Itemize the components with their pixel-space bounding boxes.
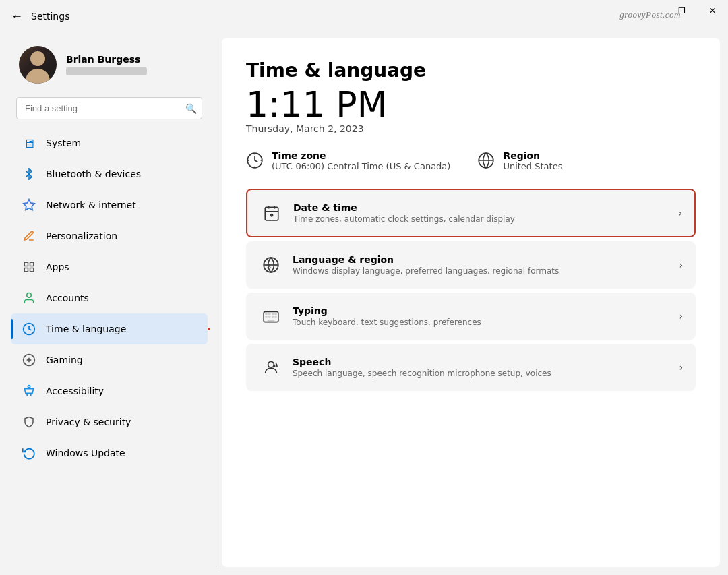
svg-rect-38 <box>268 316 270 318</box>
user-info: Brian Burgess <box>66 54 200 75</box>
titlebar: ← Settings groovyPost.com — ❐ ✕ <box>0 0 728 32</box>
typing-title: Typing <box>293 305 679 316</box>
sidebar-item-bluetooth[interactable]: Bluetooth & devices <box>11 158 208 189</box>
svg-rect-35 <box>272 313 274 315</box>
svg-point-12 <box>28 386 30 388</box>
svg-rect-40 <box>274 316 276 318</box>
user-name: Brian Burgess <box>66 54 200 65</box>
language-text: Language & region Windows display langua… <box>293 254 679 276</box>
timezone-icon <box>246 152 264 173</box>
back-button[interactable]: ← <box>11 9 23 24</box>
search-icon[interactable]: 🔍 <box>185 103 197 114</box>
setting-speech[interactable]: Speech Speech language, speech recogniti… <box>246 344 696 391</box>
sidebar-item-apps[interactable]: Apps <box>11 251 208 282</box>
gaming-icon <box>22 353 36 367</box>
svg-rect-39 <box>272 316 274 318</box>
sidebar-item-update[interactable]: Windows Update <box>11 437 208 468</box>
sidebar-item-label: Personalization <box>46 231 117 241</box>
window-controls: — ❐ ✕ <box>635 0 728 22</box>
sidebar-item-privacy[interactable]: Privacy & security <box>11 406 208 437</box>
language-title: Language & region <box>293 254 679 265</box>
bluetooth-icon <box>22 167 36 181</box>
language-icon: A <box>259 253 283 277</box>
sidebar-item-system[interactable]: 🖥 System <box>11 127 208 158</box>
settings-list: Date & time Time zones, automatic clock … <box>246 189 696 391</box>
svg-rect-33 <box>265 313 267 315</box>
maximize-button[interactable]: ❐ <box>666 0 697 22</box>
time-icon <box>22 322 36 336</box>
sidebar-item-label: Gaming <box>46 355 83 365</box>
avatar <box>19 46 57 84</box>
svg-point-42 <box>268 361 274 367</box>
svg-rect-2 <box>30 262 34 266</box>
search-input[interactable] <box>16 97 202 119</box>
avatar-face <box>19 46 57 84</box>
sidebar-item-label: Apps <box>46 262 69 272</box>
sidebar-item-label: Privacy & security <box>46 417 131 427</box>
datetime-title: Date & time <box>293 202 678 213</box>
sidebar-item-label: Windows Update <box>46 448 125 458</box>
user-email <box>66 67 147 75</box>
svg-rect-3 <box>30 268 34 272</box>
sidebar-item-network[interactable]: Network & internet <box>11 189 208 220</box>
main-content: Time & language 1:11 PM Thursday, March … <box>222 38 720 567</box>
search-box: 🔍 <box>16 97 202 119</box>
red-arrow-annotation <box>201 319 210 339</box>
typing-text: Typing Touch keyboard, text suggestions,… <box>293 305 679 327</box>
language-chevron: › <box>679 260 683 270</box>
svg-marker-0 <box>24 200 35 210</box>
sidebar-item-accounts[interactable]: Accounts <box>11 282 208 313</box>
region-icon <box>477 152 495 173</box>
titlebar-title: Settings <box>31 11 69 22</box>
info-row: Time zone (UTC-06:00) Central Time (US &… <box>246 150 696 173</box>
close-button[interactable]: ✕ <box>697 0 728 22</box>
svg-rect-41 <box>268 320 275 322</box>
timezone-info: Time zone (UTC-06:00) Central Time (US &… <box>246 150 450 173</box>
svg-rect-37 <box>265 316 267 318</box>
nav-list: 🖥 System Bluetooth & devices Network & <box>8 127 210 567</box>
current-date: Thursday, March 2, 2023 <box>246 123 696 134</box>
sidebar-item-label: Time & language <box>46 324 126 334</box>
sidebar-item-time[interactable]: Time & language <box>11 313 208 344</box>
setting-typing[interactable]: Typing Touch keyboard, text suggestions,… <box>246 293 696 340</box>
sidebar-divider <box>216 38 216 567</box>
sidebar-item-label: System <box>46 138 81 148</box>
svg-point-5 <box>27 293 32 298</box>
network-icon <box>22 198 36 212</box>
language-desc: Windows display language, preferred lang… <box>293 266 679 276</box>
app-container: Brian Burgess 🔍 🖥 System Bluetooth & <box>0 32 728 575</box>
speech-text: Speech Speech language, speech recogniti… <box>293 357 679 378</box>
typing-desc: Touch keyboard, text suggestions, prefer… <box>293 317 679 327</box>
setting-datetime[interactable]: Date & time Time zones, automatic clock … <box>246 189 696 237</box>
region-value: United States <box>503 161 562 171</box>
setting-language[interactable]: A Language & region Windows display lang… <box>246 241 696 289</box>
datetime-text: Date & time Time zones, automatic clock … <box>293 202 678 224</box>
svg-text:A: A <box>268 263 272 269</box>
sidebar-item-label: Accessibility <box>46 386 104 396</box>
region-text: Region United States <box>503 150 562 171</box>
sidebar-item-gaming[interactable]: Gaming <box>11 344 208 375</box>
minimize-button[interactable]: — <box>635 0 666 22</box>
region-info: Region United States <box>477 150 562 173</box>
current-time: 1:11 PM <box>246 87 696 122</box>
page-title: Time & language <box>246 59 696 82</box>
personalization-icon <box>22 229 36 243</box>
timezone-value: (UTC-06:00) Central Time (US & Canada) <box>272 161 450 171</box>
typing-chevron: › <box>679 311 683 322</box>
datetime-icon <box>260 201 284 225</box>
sidebar-item-label: Accounts <box>46 293 89 303</box>
speech-icon <box>259 355 283 380</box>
sidebar: Brian Burgess 🔍 🖥 System Bluetooth & <box>8 38 210 567</box>
svg-rect-34 <box>268 313 270 315</box>
svg-rect-1 <box>24 262 28 266</box>
sidebar-item-personalization[interactable]: Personalization <box>11 220 208 251</box>
speech-title: Speech <box>293 357 679 367</box>
user-profile: Brian Burgess <box>8 38 210 94</box>
sidebar-item-accessibility[interactable]: Accessibility <box>11 375 208 406</box>
system-icon: 🖥 <box>22 135 36 150</box>
timezone-label: Time zone <box>272 150 450 161</box>
accessibility-icon <box>22 384 36 398</box>
svg-rect-36 <box>274 313 276 315</box>
apps-icon <box>22 260 36 274</box>
privacy-icon <box>22 415 36 429</box>
